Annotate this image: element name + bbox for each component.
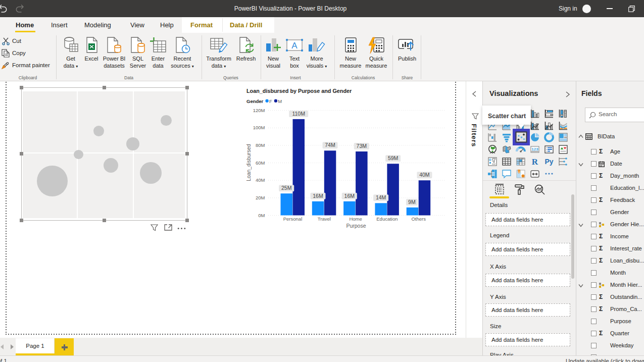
svg-text:123: 123 <box>531 147 538 151</box>
svg-text:9M: 9M <box>408 199 416 205</box>
svg-text:R: R <box>532 157 538 167</box>
svg-text:120M: 120M <box>253 108 265 113</box>
svg-text:Gender: Gender <box>246 98 264 104</box>
svg-text:100M: 100M <box>253 125 265 130</box>
svg-text:Py: Py <box>544 158 553 166</box>
svg-text:Personal: Personal <box>283 216 303 222</box>
svg-text:A: A <box>291 41 298 50</box>
svg-text:Travel: Travel <box>318 216 331 222</box>
svg-text:16M: 16M <box>344 193 355 199</box>
svg-text:14M: 14M <box>376 194 386 200</box>
svg-text:59M: 59M <box>388 155 398 161</box>
svg-text:Q: Q <box>518 170 520 173</box>
svg-text:80M: 80M <box>256 142 265 148</box>
svg-text:16M: 16M <box>313 193 323 199</box>
svg-text:M: M <box>278 98 282 104</box>
svg-text:F: F <box>269 98 272 104</box>
svg-text:60M: 60M <box>256 160 265 166</box>
svg-text:73M: 73M <box>357 143 367 149</box>
svg-text:40M: 40M <box>256 177 265 183</box>
svg-text:25M: 25M <box>281 185 291 191</box>
svg-text:Education: Education <box>376 216 398 222</box>
svg-text:20M: 20M <box>256 195 265 200</box>
svg-text:40M: 40M <box>419 172 429 178</box>
svg-text:Loan_disbursed: Loan_disbursed <box>246 144 252 181</box>
svg-text:Loan_disbursed by Purpose and: Loan_disbursed by Purpose and Gender <box>246 88 352 94</box>
svg-text:0M: 0M <box>258 213 265 218</box>
svg-text:74M: 74M <box>325 142 335 148</box>
svg-text:Home: Home <box>349 216 362 222</box>
svg-text:110M: 110M <box>292 111 305 117</box>
svg-text:Others: Others <box>411 216 426 222</box>
svg-text:Purpose: Purpose <box>346 223 366 229</box>
